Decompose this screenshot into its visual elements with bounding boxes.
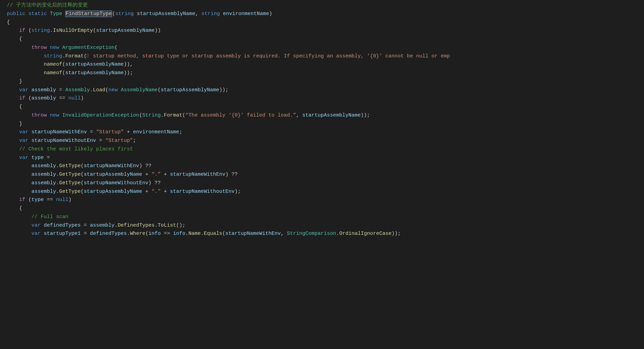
line-6: throw new ArgumentException(: [7, 44, 637, 52]
line-30: {: [7, 204, 637, 213]
line-7: string.Format(𠇊 startup method, startup …: [7, 52, 637, 61]
line-22: // Check the most likely places first: [7, 145, 637, 154]
line-27: assembly.GetType(startupAssemblyName + “…: [7, 188, 637, 196]
line-29: if (type == null): [7, 196, 637, 204]
line-8: nameof(startupAssemblyName)),: [7, 61, 637, 69]
line-23: var type =: [7, 154, 637, 162]
line-9: nameof(startupAssemblyName));: [7, 69, 637, 78]
method-name-highlight: FindStartupType: [65, 11, 112, 17]
line-14: {: [7, 103, 637, 111]
line-12: var assembly = Assembly.Load(new Assembl…: [7, 86, 637, 95]
line-2: {: [7, 18, 637, 27]
line-16: throw new InvalidOperationException(Stri…: [7, 111, 637, 120]
line-24: assembly.GetType(startupNameWithEnv) ??: [7, 162, 637, 171]
header-comment: // 子方法中的变化后的注释的变更: [7, 1, 637, 10]
line-32: // Full scan: [7, 213, 637, 222]
line-19: var startupNameWithEnv = “Startup” + env…: [7, 128, 637, 137]
line-3: if (string.IsNullOrEmpty(startupAssembly…: [7, 27, 637, 35]
line-25: assembly.GetType(startupAssemblyName + “…: [7, 171, 637, 179]
line-17: }: [7, 120, 637, 129]
line-26: assembly.GetType(startupNameWithoutEnv) …: [7, 179, 637, 188]
code-editor: // 子方法中的变化后的注释的变更public static Type Find…: [0, 0, 644, 240]
line-20: var startupNameWithoutEnv = “Startup”;: [7, 137, 637, 145]
line-4: {: [7, 35, 637, 44]
line-13: if (assembly == null): [7, 94, 637, 103]
line-1: public static Type FindStartupType(strin…: [7, 10, 637, 18]
line-10: }: [7, 78, 637, 86]
line-33: var definedTypes = assembly.DefinedTypes…: [7, 222, 637, 230]
line-35: var startupType1 = definedTypes.Where(in…: [7, 230, 637, 238]
